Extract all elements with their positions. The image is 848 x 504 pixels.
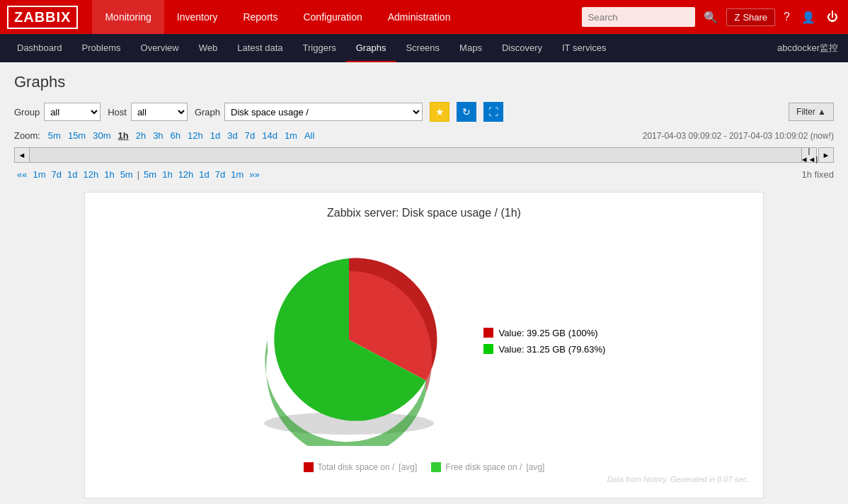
period-right: 1h fixed xyxy=(801,169,834,180)
footer-note: Data from history. Generated in 0.07 sec… xyxy=(99,475,749,483)
share-label: Share xyxy=(743,12,767,23)
pie-svg xyxy=(243,234,455,446)
tab-web[interactable]: Web xyxy=(189,34,228,62)
prev-arrow[interactable]: ◄ xyxy=(14,147,30,163)
host-select[interactable]: all xyxy=(131,103,188,121)
second-nav: Dashboard Problems Overview Web Latest d… xyxy=(0,34,848,62)
footer-item-total: Total disk space on / [avg] xyxy=(304,462,418,472)
group-label: Group xyxy=(14,107,40,118)
power-button[interactable]: ⏻ xyxy=(824,8,841,26)
graph-inner: Value: 39.25 GB (100%) Value: 31.25 GB (… xyxy=(99,234,749,448)
top-nav-items: Monitoring Inventory Reports Configurati… xyxy=(92,0,582,34)
footer-color-total xyxy=(304,462,314,472)
zoom-2h[interactable]: 2h xyxy=(132,129,149,142)
tab-maps[interactable]: Maps xyxy=(449,34,492,62)
period-7d-back[interactable]: 7d xyxy=(49,168,64,181)
zoom-1d[interactable]: 1d xyxy=(207,129,224,142)
zoom-all[interactable]: All xyxy=(301,129,318,142)
period-7d-fwd[interactable]: 7d xyxy=(212,168,228,181)
period-1m-back[interactable]: 1m xyxy=(30,168,48,181)
host-filter: Host all xyxy=(108,103,188,121)
page-title: Graphs xyxy=(14,73,834,91)
period-1m-fwd[interactable]: 1m xyxy=(228,168,246,181)
period-nav-end[interactable]: »» xyxy=(246,168,262,181)
zoom-7d[interactable]: 7d xyxy=(241,129,258,142)
pie-chart xyxy=(243,234,455,448)
nav-configuration[interactable]: Configuration xyxy=(290,0,374,34)
tab-graphs[interactable]: Graphs xyxy=(346,34,396,62)
zoom-15m[interactable]: 15m xyxy=(64,129,89,142)
tab-latest-data[interactable]: Latest data xyxy=(227,34,292,62)
content-area: Graphs Group all Host all Graph Disk spa… xyxy=(0,62,848,504)
refresh-button[interactable]: ↻ xyxy=(457,102,476,122)
period-5m-fwd[interactable]: 5m xyxy=(141,168,159,181)
user-label: abcdocker监控 xyxy=(777,42,848,55)
period-nav-start[interactable]: «« xyxy=(14,168,30,181)
tab-discovery[interactable]: Discovery xyxy=(492,34,552,62)
tab-dashboard[interactable]: Dashboard xyxy=(7,34,72,62)
period-12h-fwd[interactable]: 12h xyxy=(176,168,197,181)
zoom-1m[interactable]: 1m xyxy=(281,129,301,142)
graph-title: Zabbix server: Disk space usage / (1h) xyxy=(99,207,749,219)
next-arrow[interactable]: ► xyxy=(818,147,834,163)
zoom-3d[interactable]: 3d xyxy=(224,129,241,142)
zoom-1h[interactable]: 1h xyxy=(115,129,132,142)
period-1d-fwd[interactable]: 1d xyxy=(196,168,212,181)
period-fixed: fixed xyxy=(815,169,834,180)
group-select[interactable]: all xyxy=(44,103,101,121)
host-label: Host xyxy=(108,107,127,118)
zoom-out-arrow[interactable]: |◄◄| xyxy=(801,147,817,163)
filter-toggle-button[interactable]: Filter ▲ xyxy=(789,103,834,121)
tab-problems[interactable]: Problems xyxy=(72,34,131,62)
zoom-30m[interactable]: 30m xyxy=(89,129,114,142)
tab-triggers[interactable]: Triggers xyxy=(293,34,346,62)
footer-label-free: Free disk space on / xyxy=(445,462,522,472)
tab-it-services[interactable]: IT services xyxy=(552,34,617,62)
zoom-12h[interactable]: 12h xyxy=(184,129,207,142)
period-1d-back[interactable]: 1d xyxy=(64,168,80,181)
nav-reports[interactable]: Reports xyxy=(230,0,290,34)
graph-select[interactable]: Disk space usage / xyxy=(224,103,423,121)
zoom-5m[interactable]: 5m xyxy=(45,129,64,142)
period-12h-back[interactable]: 12h xyxy=(80,168,101,181)
help-button[interactable]: ? xyxy=(781,8,793,26)
period-value: 1h xyxy=(801,169,811,180)
graph-container: Zabbix server: Disk space usage / (1h) xyxy=(84,192,764,498)
top-nav-right: 🔍 Z Share ? 👤 ⏻ xyxy=(582,7,841,27)
zoom-3h[interactable]: 3h xyxy=(149,129,166,142)
fullscreen-button[interactable]: ⛶ xyxy=(483,102,503,122)
footer-stat-total: [avg] xyxy=(399,462,417,472)
period-1h-fwd[interactable]: 1h xyxy=(159,168,175,181)
nav-strip: ◄ |◄◄| ► xyxy=(14,146,834,164)
zoom-14d[interactable]: 14d xyxy=(258,129,281,142)
favorite-button[interactable]: ★ xyxy=(430,102,449,122)
logo-text: ZABBIX xyxy=(14,9,71,25)
legend-color-free xyxy=(483,344,493,354)
zoom-bar: Zoom: 5m 15m 30m 1h 2h 3h 6h 12h 1d 3d 7… xyxy=(14,129,834,142)
top-nav: ZABBIX Monitoring Inventory Reports Conf… xyxy=(0,0,848,34)
period-1h-back[interactable]: 1h xyxy=(101,168,117,181)
tab-overview[interactable]: Overview xyxy=(131,34,189,62)
nav-administration[interactable]: Administration xyxy=(375,0,464,34)
time-slider[interactable] xyxy=(30,147,801,163)
search-input[interactable] xyxy=(582,7,695,27)
nav-right-arrows: |◄◄| ► xyxy=(801,147,834,163)
time-from: 2017-04-03 09:09:02 xyxy=(643,131,721,141)
nav-monitoring[interactable]: Monitoring xyxy=(92,0,164,34)
graph-legend: Value: 39.25 GB (100%) Value: 31.25 GB (… xyxy=(483,328,606,355)
search-button[interactable]: 🔍 xyxy=(701,8,721,27)
legend-item-free: Value: 31.25 GB (79.63%) xyxy=(483,344,606,355)
time-suffix: (now!) xyxy=(810,131,834,141)
zoom-6h[interactable]: 6h xyxy=(167,129,184,142)
tab-screens[interactable]: Screens xyxy=(396,34,449,62)
filter-bar: Group all Host all Graph Disk space usag… xyxy=(14,102,834,122)
time-to: 2017-04-03 10:09:02 xyxy=(729,131,808,141)
footer-item-free: Free disk space on / [avg] xyxy=(431,462,544,472)
zoom-label: Zoom: xyxy=(14,130,40,141)
user-button[interactable]: 👤 xyxy=(798,8,818,27)
period-5m-back[interactable]: 5m xyxy=(118,168,136,181)
nav-inventory[interactable]: Inventory xyxy=(164,0,231,34)
logo[interactable]: ZABBIX xyxy=(7,6,78,29)
graph-footer: Total disk space on / [avg] Free disk sp… xyxy=(99,462,749,483)
share-button[interactable]: Z Share xyxy=(726,8,775,26)
